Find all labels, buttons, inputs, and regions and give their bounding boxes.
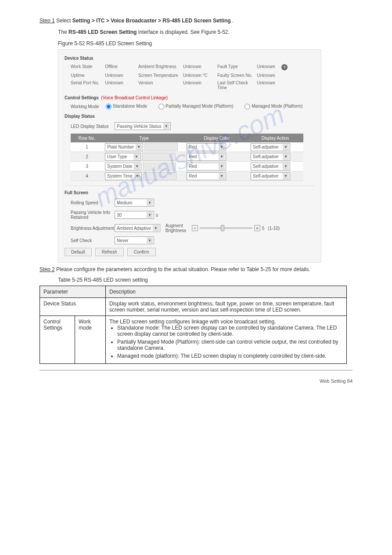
td-work-mode-desc: The LED screen setting configures linkag… [106,316,347,364]
chevron-down-icon: ▼ [147,237,153,243]
desc-item-2: Partially Managed Mode (Platform): clien… [117,339,343,351]
led-display-status-select[interactable]: Passing Vehicle Status▼ [115,122,171,130]
chevron-down-icon: ▼ [219,144,225,150]
type-select-4[interactable]: System Time▼ [105,172,142,180]
table-header: Row No. Type Display Color Display Actio… [71,134,303,142]
control-settings-label: Control Settings [65,95,99,100]
augment-value: 5 [262,226,265,231]
desc-table: Parameter Description Device Status Disp… [40,286,347,364]
chevron-down-icon: ▼ [283,154,289,160]
device-status-row3: Serial Port No.Unknown VersionUnknown La… [71,80,315,90]
version-value: Unknown [183,80,209,90]
desc-row-device-status: Device Status Display work status, envir… [40,298,347,316]
mode-managed-radio[interactable] [245,104,250,109]
working-mode-label: Working Mode [71,104,103,109]
passing-vehicle-select[interactable]: 30▼ [115,211,154,219]
th-color: Display Color [185,136,249,141]
step1b-text1: The [58,29,68,35]
led-display-status-label: LED Display Status [71,124,115,129]
default-button[interactable]: Default [65,248,92,256]
passing-vehicle-unit: s [156,213,158,218]
action-select-1[interactable]: Self-adpative▼ [251,143,290,151]
table-row: 4 System Time▼ Red▼ Self-adpative▼ [71,171,303,181]
ambient-value: Unknown [183,64,209,70]
mode-standalone-radio[interactable] [106,104,111,109]
passing-vehicle-label: Passing Vehicle Info Retained [71,210,115,220]
brightness-slider[interactable] [200,227,252,229]
th-parameter: Parameter [40,286,106,298]
th-action: Display Action [249,136,302,141]
help-icon[interactable]: ? [281,64,288,70]
step1-text1: Select [56,18,72,24]
type-extra-1[interactable] [144,143,178,151]
faulttype-label: Fault Type [217,64,254,70]
type-extra-3[interactable] [143,163,176,170]
full-screen-title: Full Screen [65,190,315,195]
desc-header-row: Parameter Description [40,286,347,298]
ambient-label: Ambient Brightness [138,64,180,70]
version-label: Version [138,80,180,90]
slider-thumb[interactable] [221,225,224,231]
page-footer: Web Setting 84 [40,378,352,384]
mode-managed[interactable]: Managed Mode (Platform) [245,104,302,109]
table-caption: Table 5-25 RS-485 LED screen setting [58,277,352,283]
rolling-speed-row: Rolling Speed Medium▼ [71,199,315,207]
table-row: 3 System Date▼ Red▼ Self-adpative▼ [71,162,303,171]
action-select-2[interactable]: Self-adpative▼ [251,153,290,161]
uptime-value: Unknown [105,73,129,78]
action-select-4[interactable]: Self-adpative▼ [251,172,290,180]
figure-caption: Figure 5-52 RS-485 LED Screen Setting [58,40,352,47]
refresh-button[interactable]: Refresh [95,248,124,256]
color-select-3[interactable]: Red▼ [187,163,226,170]
rolling-speed-select[interactable]: Medium▼ [115,199,154,207]
action-select-3[interactable]: Self-adpative▼ [251,163,290,170]
mode-partial[interactable]: Partially Managed Mode (Platform) [158,104,233,109]
chevron-down-icon: ▼ [134,163,140,170]
brightness-select[interactable]: Ambient Adaptive▼ [115,224,160,232]
control-settings-title: Control Settings (Voice Broadcast Contro… [65,95,315,100]
type-extra-4[interactable] [143,172,176,180]
mode-standalone[interactable]: Standalone Mode [106,104,147,109]
augment-label: Augment Brightness [165,223,192,233]
color-select-4[interactable]: Red▼ [187,172,226,180]
step1b-text2: interface is displayed. See Figure 5-52. [138,29,230,35]
type-select-2[interactable]: User Type▼ [105,153,141,161]
footer-divider [40,370,352,370]
led-display-status-row: LED Display Status Passing Vehicle Statu… [71,122,315,130]
device-status-row2: UptimeUnknown Screen TemperatureUnknown … [71,73,315,78]
serialport-value: Unknown [105,80,129,90]
td-control-settings: Control Settings [40,316,75,364]
chevron-down-icon: ▼ [283,163,289,170]
chevron-down-icon: ▼ [147,212,153,218]
type-select-3[interactable]: System Date▼ [105,163,141,170]
workstate-value: Offline [105,64,129,70]
selfcheck-select[interactable]: Never▼ [115,236,154,244]
color-select-1[interactable]: Red▼ [187,143,226,151]
desc-item-1: Standalone mode: The LED screen display … [117,325,343,337]
minus-button[interactable]: − [192,225,198,231]
divider [65,185,315,186]
control-linkage-note: (Voice Broadcast Control Linkage) [101,95,168,100]
screentemp-label: Screen Temperature [138,73,180,78]
selfcheck-row: Self Check Never▼ [71,236,315,244]
serialport-label: Serial Port No. [71,80,102,90]
button-row: Default Refresh Confirm [65,248,315,256]
mode-partial-radio[interactable] [158,104,164,109]
plus-button[interactable]: + [254,225,260,231]
chevron-down-icon: ▼ [283,144,289,150]
desc-item-3: Managed mode (platform): The LED screen … [117,353,343,359]
faulttype-value: Unknown [257,64,276,70]
chevron-down-icon: ▼ [219,173,225,179]
chevron-down-icon: ▼ [153,225,159,231]
desc-list: Standalone mode: The LED screen display … [109,325,343,359]
rowno-2: 2 [71,154,103,159]
type-select-1[interactable]: Plate Number▼ [105,143,143,151]
color-select-2[interactable]: Red▼ [187,153,226,161]
brightness-row: Brightness Adjustment Ambient Adaptive▼ … [71,223,315,233]
confirm-button[interactable]: Confirm [127,248,156,256]
table-row: 1 Plate Number▼ Red▼ Self-adpative▼ [71,142,303,152]
desc-row-control-settings: Control Settings Work mode The LED scree… [40,316,347,364]
chevron-down-icon: ▼ [219,154,225,160]
type-extra-2[interactable] [142,153,176,161]
step2-text: Please configure the parameters accordin… [56,266,310,272]
